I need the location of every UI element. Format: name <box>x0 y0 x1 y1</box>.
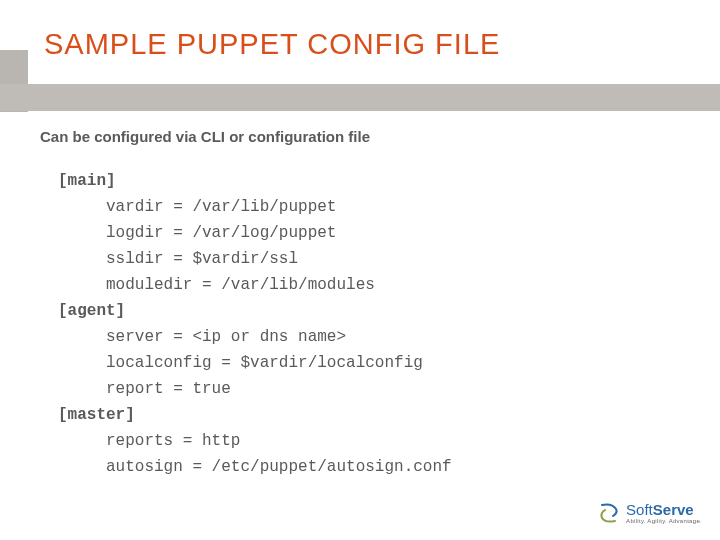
slide: SAMPLE PUPPET CONFIG FILE Can be configu… <box>0 0 720 540</box>
config-file-snippet: [main] vardir = /var/lib/puppet logdir =… <box>58 168 452 480</box>
logo-name-suffix: Serve <box>653 501 694 518</box>
logo-mark-icon <box>598 502 620 524</box>
logo-name: SoftServe <box>626 502 702 517</box>
logo-name-prefix: Soft <box>626 501 653 518</box>
config-entry: localconfig = $vardir/localconfig <box>58 350 452 376</box>
config-entry: ssldir = $vardir/ssl <box>58 246 452 272</box>
slide-title: SAMPLE PUPPET CONFIG FILE <box>44 28 500 61</box>
config-section-header: [master] <box>58 402 452 428</box>
config-entry: server = <ip or dns name> <box>58 324 452 350</box>
config-section-header: [main] <box>58 168 452 194</box>
config-section-header: [agent] <box>58 298 452 324</box>
config-entry: reports = http <box>58 428 452 454</box>
company-logo: SoftServe Ability. Agility. Advantage. <box>598 502 702 524</box>
title-underline-bar <box>0 84 720 111</box>
config-entry: moduledir = /var/lib/modules <box>58 272 452 298</box>
config-entry: vardir = /var/lib/puppet <box>58 194 452 220</box>
config-entry: logdir = /var/log/puppet <box>58 220 452 246</box>
logo-text: SoftServe Ability. Agility. Advantage. <box>626 502 702 524</box>
config-entry: report = true <box>58 376 452 402</box>
logo-tagline: Ability. Agility. Advantage. <box>626 518 702 524</box>
slide-subtitle: Can be configured via CLI or configurati… <box>40 128 370 145</box>
config-entry: autosign = /etc/puppet/autosign.conf <box>58 454 452 480</box>
